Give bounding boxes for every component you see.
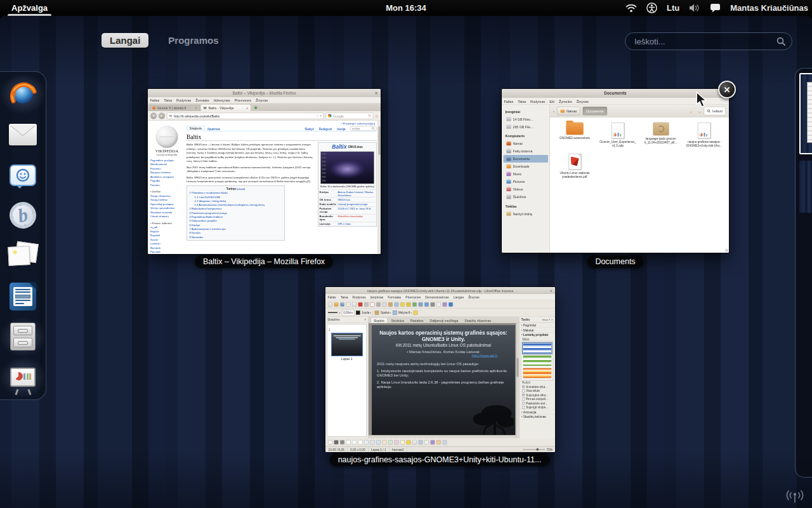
close-icon[interactable]: ✕: [550, 288, 553, 292]
chat-bubble-icon[interactable]: [710, 3, 721, 13]
toolbar-icon[interactable]: [334, 440, 339, 444]
view-tab-notes[interactable]: Pastabos: [407, 318, 426, 323]
sidebar-item-network[interactable]: Naršyti tinklą: [504, 210, 549, 218]
menu-item[interactable]: Failas: [325, 295, 338, 299]
sidebar-item-trash[interactable]: Šiukšlinė: [504, 193, 549, 201]
menu-item[interactable]: Žymelės: [556, 99, 574, 103]
toolbar-icon[interactable]: [346, 302, 351, 307]
toolbar-icon[interactable]: [334, 302, 339, 307]
wifi-icon[interactable]: [625, 4, 637, 13]
toc-hide-link[interactable]: [slėpti]: [237, 187, 245, 190]
toolbar-icon[interactable]: [400, 440, 405, 444]
line-width-field[interactable]: 0,00cm: [342, 310, 355, 316]
url-bar[interactable]: W http://lt.wikipedia.org/wiki/Baltix ☆ …: [167, 112, 324, 119]
toolbar-icon[interactable]: [395, 440, 399, 444]
dash-item-shotwell[interactable]: [6, 241, 39, 271]
menu-item[interactable]: Rodymas: [350, 295, 368, 299]
clock-menu[interactable]: Mon 16:34: [386, 0, 426, 16]
toolbar-icon[interactable]: [340, 302, 344, 307]
toolbar-icon[interactable]: [388, 302, 393, 307]
volume-icon[interactable]: [689, 3, 700, 13]
browser-tab[interactable]: Gnome 3 | ubuntu.lt ✕: [150, 105, 200, 112]
toolbar-icon[interactable]: [364, 440, 369, 444]
tasks-section-table-design[interactable]: Lentelių projektai: [520, 332, 556, 337]
dash-item-writer[interactable]: [6, 281, 39, 312]
panel-close-icon[interactable]: ✕: [364, 318, 367, 321]
search-field[interactable]: [625, 32, 792, 50]
toolbar-icon[interactable]: [412, 440, 417, 444]
dash-item-files[interactable]: [6, 322, 39, 352]
wiki-tab-history[interactable]: Istorija: [334, 127, 348, 131]
tasks-section-transition[interactable]: Skaidrių keitimas: [520, 414, 556, 419]
toolbar-icon[interactable]: [436, 440, 441, 444]
menu-item[interactable]: Taisa: [516, 99, 528, 103]
impress-titlebar[interactable]: naujos-grafines-sasajos-GNOME3+Unity+kit…: [325, 287, 555, 294]
toolbar-icon[interactable]: [424, 302, 429, 307]
infobox-value[interactable]: Atviras Kodas Lietuvai / Mantas Kriaučiū…: [338, 190, 376, 197]
toolbar-icon[interactable]: [328, 440, 332, 444]
menu-item[interactable]: Priemonės: [403, 295, 423, 299]
file-item-package[interactable]: language-pack-gnome-lt_11.04+20110407_al…: [639, 123, 683, 147]
menu-item[interactable]: Formatas: [386, 295, 403, 299]
toolbar-icon[interactable]: [370, 440, 375, 444]
resize-grip[interactable]: [725, 249, 728, 252]
sidebar-item-drive[interactable]: 14 GB Files...: [504, 116, 549, 123]
workspace-thumbnail[interactable]: [799, 161, 812, 213]
back-arrow-icon[interactable]: ←: [689, 108, 694, 114]
toolbar-icon[interactable]: [431, 302, 435, 307]
tab-close-icon[interactable]: ✕: [195, 107, 197, 110]
window-preview-firefox[interactable]: Baltix – Vikipedija – Mozilla Firefox ✕ …: [148, 89, 381, 254]
file-item-folder[interactable]: GNOME3-screenshots: [553, 123, 596, 147]
toolbar-icon[interactable]: [358, 302, 363, 307]
wiki-language-link[interactable]: Русский: [150, 250, 183, 255]
home-icon[interactable]: ⌂: [375, 114, 378, 119]
file-item-pdf[interactable]: Ubuntu Linux vadovas pradedantiems.pdf: [553, 154, 596, 178]
activities-button[interactable]: Apžvalga: [5, 0, 54, 16]
table-style-option[interactable]: [523, 356, 552, 366]
toolbar-icon[interactable]: [419, 302, 423, 307]
broadcast-antenna-icon[interactable]: [784, 488, 806, 505]
menu-item[interactable]: Taisa: [338, 295, 350, 299]
menu-item[interactable]: Žinynas: [466, 295, 482, 299]
wiki-link[interactable]: Parama: [150, 183, 183, 187]
window-close-button[interactable]: ✕: [718, 81, 736, 98]
menu-item[interactable]: Failas: [148, 98, 162, 102]
keyboard-layout-indicator[interactable]: Ltu: [667, 3, 679, 13]
slide-editing-area[interactable]: Naujos kartos operacinių sistemų grafinė…: [372, 325, 515, 435]
wiki-search-input[interactable]: [352, 127, 370, 130]
infobox-value[interactable]: Monolitinis branduolys: [338, 215, 376, 222]
fill-color-swatch[interactable]: [393, 311, 397, 315]
toolbar-icon[interactable]: [443, 440, 447, 444]
dash-item-banshee[interactable]: b: [6, 200, 39, 231]
scrollbar[interactable]: [369, 436, 516, 439]
dash-item-impress[interactable]: [6, 362, 39, 392]
pager-back-icon[interactable]: ‹: [553, 109, 554, 113]
toolbar-icon[interactable]: [340, 440, 344, 444]
toolbar-icon[interactable]: [412, 302, 417, 307]
line-style-dropdown[interactable]: [339, 311, 341, 314]
wiki-tab-talk[interactable]: Aptarimas: [205, 127, 223, 131]
wiki-tab-edit[interactable]: Redaguoti: [317, 127, 335, 131]
menu-item[interactable]: Įterpimas: [368, 295, 386, 299]
tasks-section-animation[interactable]: Animacija: [520, 410, 556, 415]
menu-item[interactable]: Rodymas: [528, 99, 547, 103]
dash-item-ev olution[interactable]: [6, 119, 39, 150]
toolbar-icon[interactable]: [376, 440, 381, 444]
menu-item[interactable]: Žurnalas: [193, 98, 211, 102]
window-preview-documents[interactable]: Documents FailasTaisaRodymasEitiŽymelėsŽ…: [502, 89, 729, 253]
infobox-value[interactable]: 10.04rc3 / 2011 m. kovo 28 d.: [338, 208, 376, 214]
tab-applications[interactable]: Programos: [160, 33, 226, 48]
toolbar-icon[interactable]: [443, 302, 447, 307]
toolbar-icon[interactable]: [419, 440, 423, 444]
toolbar-icon[interactable]: [376, 302, 381, 307]
toolbar-icon[interactable]: [407, 302, 411, 307]
scrollbar[interactable]: [378, 121, 381, 254]
line-color-dropdown[interactable]: Juoda: [362, 311, 371, 314]
tasks-view-menu[interactable]: View: [542, 318, 553, 321]
view-tab-outline[interactable]: Struktūra: [388, 318, 407, 323]
sidebar-item-music[interactable]: Music: [504, 170, 549, 178]
sidebar-item-documents[interactable]: Documents: [504, 155, 549, 163]
infobox-value[interactable]: Laisvoji programinė įranga: [338, 203, 376, 206]
wiki-search-box[interactable]: [350, 126, 377, 131]
files-search-button[interactable]: Ieškoti: [704, 107, 726, 116]
